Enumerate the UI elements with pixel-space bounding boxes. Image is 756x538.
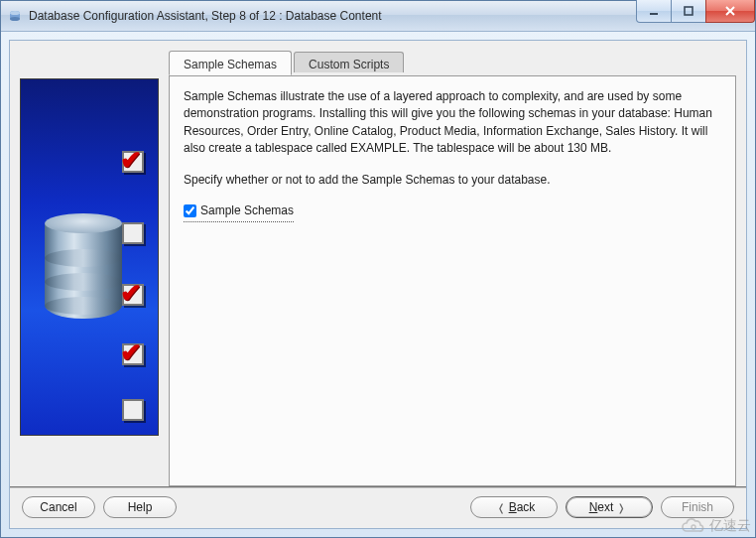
chevron-left-icon: ❬ — [497, 502, 505, 513]
app-window: Database Configuration Assistant, Step 8… — [0, 0, 756, 538]
wizard-step-box-2 — [122, 222, 144, 244]
tab-label: Sample Schemas — [184, 58, 277, 71]
cancel-button[interactable]: Cancel — [22, 496, 95, 518]
wizard-sidebar-image: ✔ ✔ ✔ — [20, 78, 159, 436]
database-cylinder-icon — [45, 213, 122, 319]
window-title: Database Configuration Assistant, Step 8… — [29, 9, 382, 23]
checkmark-icon: ✔ — [120, 337, 142, 368]
wizard-step-box-4: ✔ — [122, 343, 144, 365]
maximize-icon — [683, 5, 694, 17]
title-bar: Database Configuration Assistant, Step 8… — [1, 1, 755, 32]
tab-bar: Sample Schemas Custom Scripts — [169, 51, 736, 75]
close-icon — [723, 5, 737, 17]
client-area: ✔ ✔ ✔ Sample Schemas Custom Scripts Samp… — [9, 40, 747, 529]
tab-content: Sample Schemas illustrate the use of a l… — [169, 75, 736, 486]
tab-custom-scripts[interactable]: Custom Scripts — [294, 52, 404, 72]
sample-schemas-checkbox[interactable] — [184, 204, 196, 217]
description-text-2: Specify whether or not to add the Sample… — [184, 172, 721, 189]
minimize-icon — [648, 5, 660, 17]
svg-point-2 — [10, 17, 20, 21]
tab-label: Custom Scripts — [309, 58, 389, 71]
close-button[interactable] — [705, 0, 755, 23]
svg-point-3 — [10, 11, 20, 15]
chevron-right-icon: ❭ — [617, 502, 625, 513]
finish-button[interactable]: Finish — [661, 496, 734, 518]
svg-rect-5 — [685, 7, 693, 15]
checkmark-icon: ✔ — [120, 145, 142, 176]
maximize-button[interactable] — [671, 0, 706, 23]
wizard-step-box-5 — [122, 399, 144, 421]
wizard-step-box-1: ✔ — [122, 151, 144, 173]
content-panel: Sample Schemas Custom Scripts Sample Sch… — [169, 51, 736, 486]
main-area: ✔ ✔ ✔ Sample Schemas Custom Scripts Samp… — [10, 41, 746, 486]
sample-schemas-label: Sample Schemas — [200, 202, 294, 219]
tab-sample-schemas[interactable]: Sample Schemas — [169, 51, 292, 75]
description-text-1: Sample Schemas illustrate the use of a l… — [184, 88, 721, 158]
wizard-step-box-3: ✔ — [122, 284, 144, 306]
back-button[interactable]: ❬ Back — [470, 496, 558, 518]
svg-rect-4 — [650, 13, 658, 15]
checkmark-icon: ✔ — [120, 278, 142, 309]
window-controls — [637, 0, 755, 23]
app-icon — [7, 8, 23, 24]
help-button[interactable]: Help — [103, 496, 177, 518]
next-button[interactable]: Next ❭ — [566, 496, 653, 518]
sample-schemas-option[interactable]: Sample Schemas — [184, 202, 294, 222]
minimize-button[interactable] — [636, 0, 672, 23]
button-bar: Cancel Help ❬ Back Next ❭ Finish — [10, 486, 746, 528]
